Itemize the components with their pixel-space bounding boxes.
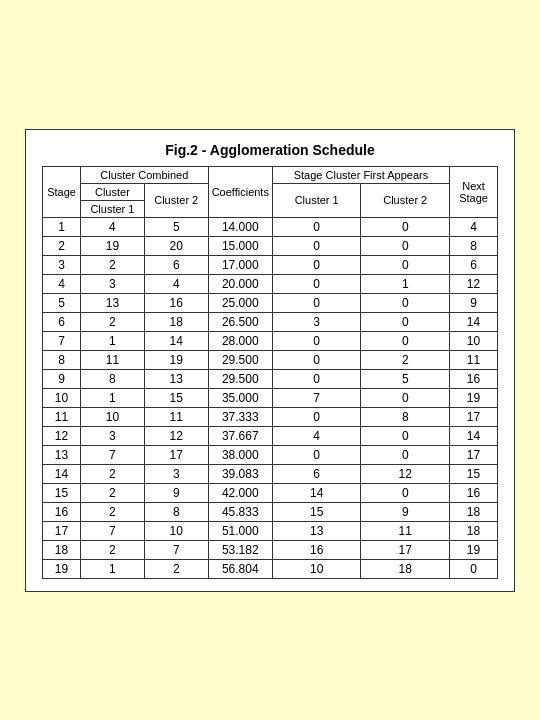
table-cell: 4 (272, 426, 361, 445)
table-cell: 6 (272, 464, 361, 483)
table-cell: 14 (272, 483, 361, 502)
table-cell: 16 (450, 483, 498, 502)
table-cell: 17 (361, 540, 450, 559)
table-cell: 15 (272, 502, 361, 521)
table-cell: 28.000 (208, 331, 272, 350)
table-cell: 18 (144, 312, 208, 331)
table-cell: 12 (144, 426, 208, 445)
table-cell: 18 (361, 559, 450, 578)
table-cell: 7 (43, 331, 81, 350)
table-cell: 14 (43, 464, 81, 483)
table-row: 142339.08361215 (43, 464, 498, 483)
table-cell: 19 (81, 236, 145, 255)
table-cell: 19 (43, 559, 81, 578)
table-cell: 19 (450, 388, 498, 407)
table-cell: 14 (450, 312, 498, 331)
table-cell: 12 (450, 274, 498, 293)
table-cell: 11 (450, 350, 498, 369)
table-cell: 0 (272, 236, 361, 255)
table-cell: 14 (144, 331, 208, 350)
table-cell: 12 (361, 464, 450, 483)
agglomeration-table: Stage Cluster Combined Coefficients Stag… (42, 166, 498, 579)
table-cell: 39.083 (208, 464, 272, 483)
table-cell: 17 (450, 445, 498, 464)
table-cell: 3 (81, 426, 145, 445)
chart-title: Fig.2 - Agglomeration Schedule (42, 142, 498, 158)
table-cell: 25.000 (208, 293, 272, 312)
header-cluster-combined: Cluster Combined (81, 166, 209, 183)
table-cell: 0 (361, 312, 450, 331)
table-row: 621826.5003014 (43, 312, 498, 331)
table-cell: 18 (450, 502, 498, 521)
table-cell: 26.500 (208, 312, 272, 331)
table-cell: 0 (361, 217, 450, 236)
table-cell: 0 (361, 255, 450, 274)
header-cluster2: Cluster 2 (144, 183, 208, 217)
table-cell: 38.000 (208, 445, 272, 464)
table-cell: 10 (81, 407, 145, 426)
table-cell: 13 (144, 369, 208, 388)
table-cell: 14.000 (208, 217, 272, 236)
table-cell: 2 (81, 255, 145, 274)
table-cell: 17 (144, 445, 208, 464)
table-cell: 10 (43, 388, 81, 407)
table-cell: 1 (361, 274, 450, 293)
table-row: 182753.182161719 (43, 540, 498, 559)
table-cell: 15 (450, 464, 498, 483)
table-cell: 2 (81, 312, 145, 331)
table-row: 1231237.6674014 (43, 426, 498, 445)
table-cell: 0 (272, 217, 361, 236)
header-cluster1-sub: Cluster (81, 183, 145, 200)
table-cell: 19 (450, 540, 498, 559)
table-cell: 4 (81, 217, 145, 236)
table-cell: 1 (81, 559, 145, 578)
table-row: 1771051.000131118 (43, 521, 498, 540)
header-sc-cluster1: Cluster 1 (272, 183, 361, 217)
header-next-stage: Next Stage (450, 166, 498, 217)
table-cell: 0 (361, 236, 450, 255)
table-cell: 9 (43, 369, 81, 388)
main-container: Fig.2 - Agglomeration Schedule Stage Clu… (25, 129, 515, 592)
table-cell: 2 (43, 236, 81, 255)
table-cell: 9 (144, 483, 208, 502)
header-stage: Stage (43, 166, 81, 217)
table-cell: 5 (43, 293, 81, 312)
table-cell: 8 (144, 502, 208, 521)
table-cell: 56.804 (208, 559, 272, 578)
table-cell: 13 (272, 521, 361, 540)
table-cell: 11 (361, 521, 450, 540)
table-cell: 7 (81, 521, 145, 540)
table-cell: 7 (144, 540, 208, 559)
table-row: 191256.80410180 (43, 559, 498, 578)
table-cell: 8 (81, 369, 145, 388)
table-row: 32617.000006 (43, 255, 498, 274)
table-cell: 42.000 (208, 483, 272, 502)
table-cell: 15 (144, 388, 208, 407)
table-cell: 2 (81, 540, 145, 559)
table-cell: 1 (81, 331, 145, 350)
table-cell: 6 (144, 255, 208, 274)
table-cell: 8 (361, 407, 450, 426)
table-cell: 13 (81, 293, 145, 312)
table-cell: 45.833 (208, 502, 272, 521)
table-cell: 2 (81, 483, 145, 502)
table-cell: 0 (272, 407, 361, 426)
table-cell: 9 (450, 293, 498, 312)
table-cell: 4 (43, 274, 81, 293)
table-cell: 0 (272, 293, 361, 312)
table-cell: 37.333 (208, 407, 272, 426)
table-cell: 17 (450, 407, 498, 426)
table-cell: 0 (361, 388, 450, 407)
table-cell: 15.000 (208, 236, 272, 255)
table-cell: 51.000 (208, 521, 272, 540)
table-cell: 11 (81, 350, 145, 369)
table-cell: 0 (272, 445, 361, 464)
table-cell: 2 (81, 502, 145, 521)
table-cell: 17 (43, 521, 81, 540)
table-cell: 6 (43, 312, 81, 331)
table-cell: 2 (144, 559, 208, 578)
table-row: 162845.83315918 (43, 502, 498, 521)
table-cell: 16 (450, 369, 498, 388)
table-cell: 2 (361, 350, 450, 369)
table-cell: 10 (450, 331, 498, 350)
